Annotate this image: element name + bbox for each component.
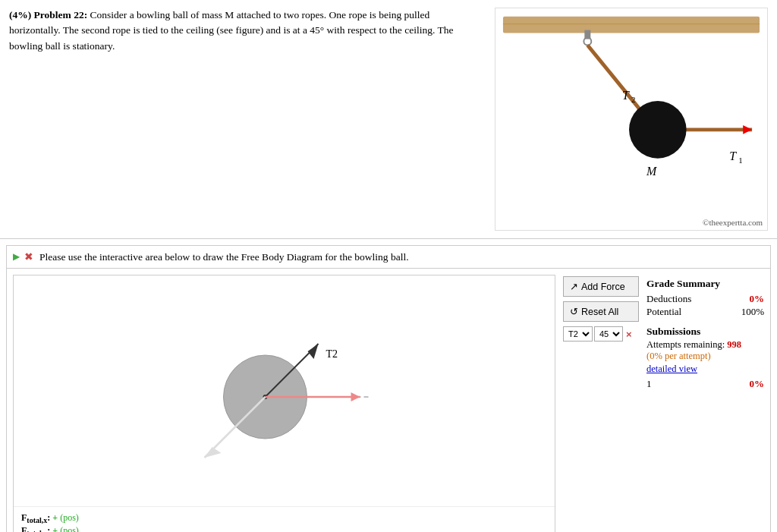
force-select[interactable]: T1 T2 T3 W N	[563, 326, 593, 342]
add-force-button[interactable]: ↗ Add Force	[563, 276, 639, 297]
svg-text:T: T	[729, 150, 737, 162]
svg-point-7	[629, 101, 687, 159]
fy-label: Ftotal,y:	[21, 525, 50, 532]
interactive-header-text: Please use the interactive area below to…	[39, 251, 409, 263]
svg-text:T2: T2	[326, 348, 338, 360]
svg-text:T: T	[622, 89, 630, 102]
svg-text:M: M	[646, 165, 657, 178]
potential-row: Potential 100%	[646, 306, 764, 318]
deductions-row: Deductions 0%	[646, 293, 764, 305]
svg-marker-20	[351, 392, 360, 401]
fy-pos: (pos)	[60, 525, 79, 532]
submissions-title: Submissions	[646, 326, 764, 338]
interactive-section: ▶ ✖ Please use the interactive area belo…	[6, 245, 771, 532]
submission-pct: 0%	[750, 378, 765, 390]
submission-number: 1	[646, 378, 652, 390]
drawing-area[interactable]: T2 Ftotal,x: + (pos) Ftotal,y: +	[13, 275, 555, 532]
svg-marker-22	[205, 447, 222, 458]
deductions-label: Deductions	[646, 293, 691, 305]
attempts-line: Attempts remaining: 998	[646, 339, 764, 351]
attempts-label: Attempts remaining:	[646, 339, 725, 350]
grade-summary: Grade Summary Deductions 0% Potential 10…	[646, 275, 764, 532]
force-labels: Ftotal,x: + (pos) Ftotal,y: + (pos)	[14, 506, 555, 532]
force-selector: T1 T2 T3 W N 0 15 30 45 60 75 90 135 180…	[563, 326, 639, 342]
svg-marker-16	[308, 344, 319, 359]
diagram-svg: T 2 T 1 M	[495, 8, 767, 213]
potential-label: Potential	[646, 306, 681, 318]
reset-label: Reset All	[581, 307, 618, 317]
delete-force-button[interactable]: ×	[624, 329, 634, 340]
diagram-area: T 2 T 1 M ©theexpertta.com	[495, 8, 768, 231]
svg-rect-0	[503, 17, 760, 33]
fbd-canvas[interactable]: T2	[14, 275, 555, 503]
close-icon[interactable]: ✖	[24, 250, 33, 263]
fy-plus: +	[52, 525, 58, 532]
reset-all-button[interactable]: ↺ Reset All	[563, 301, 639, 322]
svg-text:1: 1	[738, 156, 742, 165]
per-attempt-line: (0% per attempt)	[646, 351, 764, 362]
controls-panel: ↗ Add Force ↺ Reset All T1 T2 T3 W N 0 1…	[563, 275, 639, 532]
problem-header: (4%) Problem 22:	[9, 9, 87, 20]
copyright: ©theexpertta.com	[495, 216, 767, 230]
deductions-value: 0%	[750, 293, 765, 305]
reset-icon: ↺	[570, 306, 578, 317]
attempts-value: 998	[727, 339, 741, 350]
add-force-arrow-icon: ↗	[570, 281, 578, 292]
potential-value: 100%	[741, 306, 764, 318]
problem-section: (4%) Problem 22: Consider a bowling ball…	[0, 0, 777, 239]
interactive-body: T2 Ftotal,x: + (pos) Ftotal,y: +	[7, 269, 770, 532]
fx-label: Ftotal,x:	[21, 512, 50, 523]
svg-text:2: 2	[631, 95, 635, 104]
fx-pos: (pos)	[60, 512, 79, 523]
add-force-label: Add Force	[581, 282, 625, 292]
submission-row: 1 0%	[646, 378, 764, 390]
svg-marker-6	[743, 125, 752, 134]
per-attempt-label: (0% per attempt)	[646, 351, 711, 361]
detailed-view-link[interactable]: detailed view	[646, 364, 764, 375]
play-icon[interactable]: ▶	[13, 251, 20, 263]
grade-summary-title: Grade Summary	[646, 278, 764, 290]
fx-plus: +	[52, 512, 58, 523]
problem-text: (4%) Problem 22: Consider a bowling ball…	[9, 8, 495, 231]
angle-select[interactable]: 0 15 30 45 60 75 90 135 180 225 270 315	[594, 326, 623, 342]
interactive-header: ▶ ✖ Please use the interactive area belo…	[7, 246, 770, 269]
